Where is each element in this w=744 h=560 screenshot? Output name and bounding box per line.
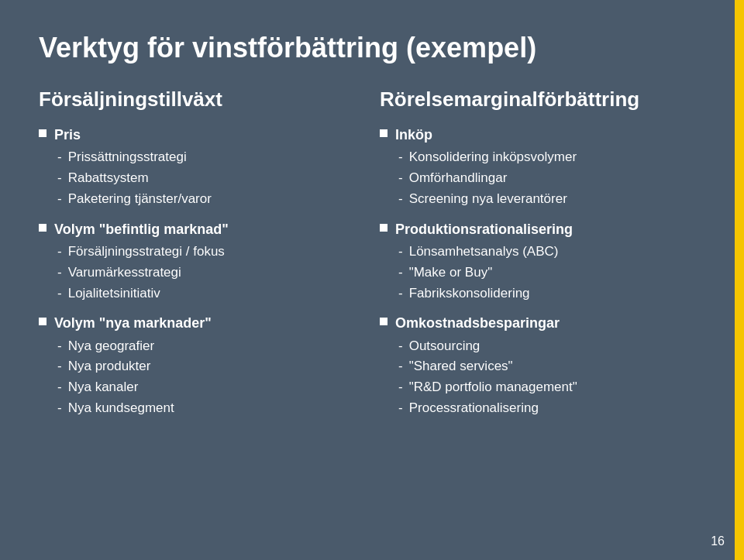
dash-icon: - [398, 242, 403, 261]
sub-text: Varumärkesstrategi [68, 263, 181, 282]
sub-text: Omförhandlingar [409, 169, 508, 187]
bullet-inkop-text: Inköp [395, 125, 432, 145]
sub-text: Lönsamhetsanalys (ABC) [409, 242, 559, 261]
sub-text: Outsourcing [409, 337, 480, 356]
sub-item: - Omförhandlingar [395, 169, 705, 187]
dash-icon: - [398, 399, 403, 417]
sub-items-produktions: - Lönsamhetsanalys (ABC) - "Make or Buy"… [395, 242, 705, 302]
sub-item: - "R&D portfolio management" [395, 378, 705, 397]
bullet-volym-befintlig: Volym "befintlig marknad" [39, 220, 364, 239]
right-section-2: Produktionsrationalisering - Lönsamhetsa… [380, 220, 705, 305]
sub-item: - Nya produkter [54, 357, 364, 376]
dash-icon: - [57, 399, 62, 417]
sub-item: - Lojalitetsinitiativ [54, 284, 364, 303]
page-number: 16 [711, 534, 725, 548]
content-grid: Försäljningstillväxt Pris - Prissättning… [39, 88, 705, 429]
right-section-1: Inköp - Konsolidering inköpsvolymer - Om… [380, 125, 705, 211]
dash-icon: - [57, 263, 62, 282]
sub-item: - "Make or Buy" [395, 263, 705, 282]
left-column-title: Försäljningstillväxt [39, 88, 364, 112]
dash-icon: - [398, 284, 403, 303]
sub-text: Fabrikskonsolidering [409, 284, 530, 303]
sub-item: - Nya kanaler [54, 378, 364, 397]
bullet-produktions: Produktionsrationalisering [380, 220, 705, 239]
sub-text: Prissättningsstrategi [68, 148, 187, 167]
slide-container: Verktyg för vinstförbättring (exempel) F… [0, 0, 744, 560]
bullet-square-icon [380, 129, 388, 137]
dash-icon: - [398, 169, 403, 187]
dash-icon: - [57, 378, 62, 397]
sub-text: Processrationalisering [409, 399, 539, 417]
sub-text: Nya produkter [68, 357, 151, 376]
sub-items-omkostnads: - Outsourcing - "Shared services" - "R&D… [395, 337, 705, 417]
sub-item: - Lönsamhetsanalys (ABC) [395, 242, 705, 261]
bullet-square-icon [39, 129, 46, 137]
sub-text: Nya geografier [68, 337, 155, 356]
sub-item: - Nya kundsegment [54, 399, 364, 417]
sub-item: - Rabattsystem [54, 169, 364, 187]
sub-items-volym-nya: - Nya geografier - Nya produkter - Nya k… [54, 337, 364, 417]
sub-text: Försäljningsstrategi / fokus [68, 242, 225, 261]
sub-item: - Prissättningsstrategi [54, 148, 364, 167]
dash-icon: - [398, 190, 403, 208]
sub-item: - "Shared services" [395, 357, 705, 376]
dash-icon: - [57, 169, 62, 187]
bullet-square-icon [39, 318, 46, 325]
left-column: Försäljningstillväxt Pris - Prissättning… [39, 88, 364, 429]
bullet-produktions-text: Produktionsrationalisering [395, 220, 573, 239]
sub-text: Paketering tjänster/varor [68, 190, 212, 208]
right-section-3: Omkostnadsbesparingar - Outsourcing - "S… [380, 314, 705, 419]
sub-text: Lojalitetsinitiativ [68, 284, 160, 303]
sub-item: - Screening nya leverantörer [395, 190, 705, 208]
right-column-title: Rörelsemarginalförbättring [380, 88, 705, 112]
sub-item: - Konsolidering inköpsvolymer [395, 148, 705, 167]
bullet-volym-befintlig-text: Volym "befintlig marknad" [54, 220, 229, 239]
bullet-pris: Pris [39, 125, 364, 145]
sub-item: - Paketering tjänster/varor [54, 190, 364, 208]
sub-text: "Make or Buy" [409, 263, 493, 282]
bullet-omkostnads-text: Omkostnadsbesparingar [395, 314, 560, 333]
dash-icon: - [57, 148, 62, 167]
dash-icon: - [398, 263, 403, 282]
left-section-3: Volym "nya marknader" - Nya geografier -… [39, 314, 364, 419]
sub-text: "R&D portfolio management" [409, 378, 577, 397]
sub-text: Nya kundsegment [68, 399, 174, 417]
bullet-volym-nya: Volym "nya marknader" [39, 314, 364, 333]
sub-text: Rabattsystem [68, 169, 149, 187]
right-column: Rörelsemarginalförbättring Inköp - Konso… [380, 88, 705, 429]
bullet-square-icon [380, 318, 388, 325]
sub-items-inkop: - Konsolidering inköpsvolymer - Omförhan… [395, 148, 705, 208]
dash-icon: - [57, 284, 62, 303]
dash-icon: - [398, 378, 403, 397]
sub-item: - Fabrikskonsolidering [395, 284, 705, 303]
dash-icon: - [57, 357, 62, 376]
dash-icon: - [398, 337, 403, 356]
sub-item: - Försäljningsstrategi / fokus [54, 242, 364, 261]
sub-text: Screening nya leverantörer [409, 190, 567, 208]
bullet-square-icon [380, 224, 388, 232]
bullet-pris-text: Pris [54, 125, 81, 145]
bullet-volym-nya-text: Volym "nya marknader" [54, 314, 212, 333]
bullet-inkop: Inköp [380, 125, 705, 145]
sub-item: - Processrationalisering [395, 399, 705, 417]
dash-icon: - [57, 337, 62, 356]
sub-text: Konsolidering inköpsvolymer [409, 148, 577, 167]
sub-text: Nya kanaler [68, 378, 139, 397]
bullet-omkostnads: Omkostnadsbesparingar [380, 314, 705, 333]
left-section-1: Pris - Prissättningsstrategi - Rabattsys… [39, 125, 364, 211]
sub-item: - Varumärkesstrategi [54, 263, 364, 282]
sub-text: "Shared services" [409, 357, 513, 376]
bullet-square-icon [39, 224, 46, 232]
dash-icon: - [57, 190, 62, 208]
yellow-accent-bar [735, 0, 744, 560]
sub-items-pris: - Prissättningsstrategi - Rabattsystem -… [54, 148, 364, 208]
left-section-2: Volym "befintlig marknad" - Försäljnings… [39, 220, 364, 305]
dash-icon: - [57, 242, 62, 261]
sub-item: - Nya geografier [54, 337, 364, 356]
sub-items-volym-befintlig: - Försäljningsstrategi / fokus - Varumär… [54, 242, 364, 302]
sub-item: - Outsourcing [395, 337, 705, 356]
slide-title: Verktyg för vinstförbättring (exempel) [39, 31, 705, 64]
dash-icon: - [398, 148, 403, 167]
dash-icon: - [398, 357, 403, 376]
